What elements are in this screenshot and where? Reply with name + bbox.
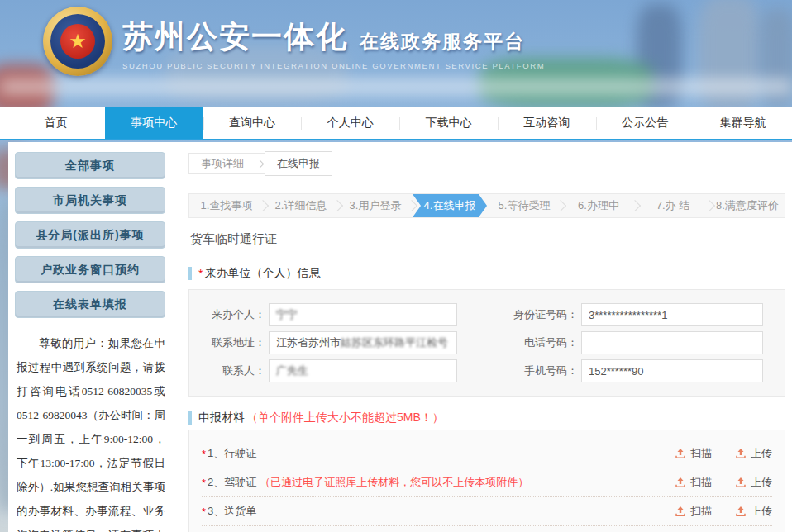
- material-row-driving-permit: * 1、行驶证 扫描 上传: [202, 439, 772, 468]
- upload-arrow-icon: [675, 448, 686, 459]
- breadcrumb-item-online-apply[interactable]: 在线申报: [265, 151, 332, 176]
- step-7-completed: 7.办 结: [636, 194, 710, 217]
- sidebar-item-online-form-filling[interactable]: 在线表单填报: [15, 291, 165, 318]
- materials-size-warning: （单个附件上传大小不能超过5MB！）: [246, 411, 444, 425]
- material-row-driver-license: * 2、驾驶证 （已通过电子证照库上传材料，您可以不上传本项附件） 扫描 上传: [202, 468, 772, 497]
- section-accent-bar: [188, 267, 192, 280]
- required-asterisk: *: [198, 267, 203, 280]
- upload-arrow-icon: [675, 477, 686, 488]
- required-asterisk: *: [202, 477, 206, 489]
- nav-item-interaction[interactable]: 互动咨询: [498, 107, 596, 139]
- material-label: 1、行驶证: [208, 446, 256, 461]
- contact-address-label: 联系地址：: [189, 335, 265, 350]
- step-2-detail-info: 2.详细信息: [264, 194, 338, 217]
- form-row: 来办个人： 宁宁 身份证号码： 3****************1: [189, 301, 785, 329]
- mobile-number-label: 手机号码：: [457, 363, 578, 378]
- sidebar-item-household-window-booking[interactable]: 户政业务窗口预约: [15, 256, 165, 283]
- id-number-input[interactable]: 3****************1: [581, 303, 763, 326]
- mobile-number-input[interactable]: 152******90: [581, 359, 763, 382]
- upload-arrow-icon: [675, 506, 686, 517]
- scan-button[interactable]: 扫描: [675, 475, 712, 490]
- site-subtitle-en: SUZHOU PUBLIC SECURITY INTEGRATION ONLIN…: [122, 61, 545, 70]
- content-area: 全部事项 市局机关事项 县分局(派出所)事项 户政业务窗口预约 在线表单填报 尊…: [8, 142, 792, 532]
- materials-section-header: 申报材料 （单个附件上传大小不能超过5MB！）: [188, 411, 444, 425]
- main-panel: 事项详细 在线申报 1.查找事项 2.详细信息 3.用户登录 4.在线申报 5.…: [188, 142, 785, 532]
- contact-person-input[interactable]: 广先生: [269, 359, 457, 382]
- contact-person-label: 联系人：: [189, 363, 265, 378]
- contact-address-input[interactable]: 江苏省苏州市姑苏区东环路平江检号: [269, 331, 457, 354]
- scan-button[interactable]: 扫描: [675, 504, 712, 519]
- phone-number-label: 电话号码：: [457, 335, 578, 350]
- form-row: 联系人： 广先生 手机号码： 152******90: [189, 357, 785, 385]
- chevron-right-icon: [256, 159, 265, 168]
- phone-number-input[interactable]: [581, 331, 763, 354]
- sidebar-item-all-matters[interactable]: 全部事项: [15, 152, 165, 179]
- section-accent-bar: [188, 411, 192, 425]
- material-actions: 扫描 上传: [675, 475, 772, 490]
- material-label: 2、驾驶证: [208, 475, 256, 490]
- step-4-online-apply-active: 4.在线申报: [413, 194, 487, 217]
- breadcrumb-item-detail[interactable]: 事项详细: [189, 156, 255, 171]
- material-actions: 扫描 上传: [675, 446, 772, 461]
- nav-item-matters-center[interactable]: 事项中心: [105, 107, 203, 139]
- progress-steps: 1.查找事项 2.详细信息 3.用户登录 4.在线申报 5.等待受理 6.办理中…: [188, 193, 785, 218]
- applicant-section-title: 来办单位（个人）信息: [204, 266, 320, 281]
- material-note: （已通过电子证照库上传材料，您可以不上传本项附件）: [260, 475, 528, 490]
- site-brand: 苏州公安一体化 在线政务服务平台 SUZHOU PUBLIC SECURITY …: [122, 17, 545, 70]
- site-header: ★ 苏州公安一体化 在线政务服务平台 SUZHOU PUBLIC SECURIT…: [0, 0, 792, 107]
- nav-item-cluster-nav[interactable]: 集群导航: [694, 107, 792, 139]
- nav-item-home[interactable]: 首页: [7, 107, 105, 139]
- nav-item-announcements[interactable]: 公示公告: [596, 107, 694, 139]
- material-actions: 扫描 上传: [675, 504, 772, 519]
- sidebar-item-county-branch-matters[interactable]: 县分局(派出所)事项: [15, 221, 165, 249]
- police-badge-logo-icon: ★: [43, 7, 112, 76]
- step-5-wait-acceptance: 5.等待受理: [487, 194, 561, 217]
- material-row-delivery-note: * 3、送货单 扫描 上传: [202, 497, 772, 526]
- site-subtitle: 在线政务服务平台: [360, 29, 525, 58]
- sidebar-item-city-bureau-matters[interactable]: 市局机关事项: [15, 187, 165, 214]
- upload-button[interactable]: 上传: [735, 475, 772, 490]
- materials-section-title: 申报材料: [198, 411, 245, 425]
- upload-arrow-icon: [735, 477, 747, 488]
- form-row: 联系地址： 江苏省苏州市姑苏区东环路平江检号 电话号码：: [189, 329, 785, 357]
- upload-button[interactable]: 上传: [735, 504, 772, 519]
- applicant-form-panel: 来办个人： 宁宁 身份证号码： 3****************1 联系地址：…: [188, 289, 785, 397]
- site-title: 苏州公安一体化: [122, 17, 348, 58]
- materials-panel: * 1、行驶证 扫描 上传 * 2、驾驶证 （已通过电子证照库上: [188, 430, 785, 532]
- upload-arrow-icon: [735, 506, 747, 517]
- upload-button[interactable]: 上传: [735, 446, 772, 461]
- nav-item-download-center[interactable]: 下载中心: [399, 107, 498, 139]
- step-8-satisfaction: 8.满意度评价: [710, 194, 785, 217]
- applicant-section-header: * 来办单位（个人）信息: [188, 266, 320, 281]
- step-1-find-matter: 1.查找事项: [189, 194, 264, 217]
- nav-item-query-center[interactable]: 查询中心: [203, 107, 302, 139]
- page-title: 货车临时通行证: [190, 231, 277, 247]
- step-3-user-login: 3.用户登录: [338, 194, 413, 217]
- required-asterisk: *: [202, 506, 206, 518]
- required-asterisk: *: [202, 448, 206, 460]
- sidebar-notice-text: 尊敬的用户：如果您在申报过程中遇到系统问题，请拨打咨询电话0512-608200…: [15, 331, 165, 532]
- step-6-processing: 6.办理中: [561, 194, 636, 217]
- applicant-name-label: 来办个人：: [189, 307, 265, 322]
- upload-arrow-icon: [735, 448, 747, 459]
- material-label: 3、送货单: [208, 504, 256, 519]
- id-number-label: 身份证号码：: [457, 307, 578, 322]
- applicant-name-input[interactable]: 宁宁: [269, 303, 457, 326]
- scan-button[interactable]: 扫描: [675, 446, 712, 461]
- nav-item-personal-center[interactable]: 个人中心: [301, 107, 399, 139]
- breadcrumb: 事项详细 在线申报: [188, 153, 332, 174]
- sidebar: 全部事项 市局机关事项 县分局(派出所)事项 户政业务窗口预约 在线表单填报 尊…: [15, 152, 165, 532]
- top-nav: 首页 事项中心 查询中心 个人中心 下载中心 互动咨询 公示公告 集群导航: [0, 107, 792, 140]
